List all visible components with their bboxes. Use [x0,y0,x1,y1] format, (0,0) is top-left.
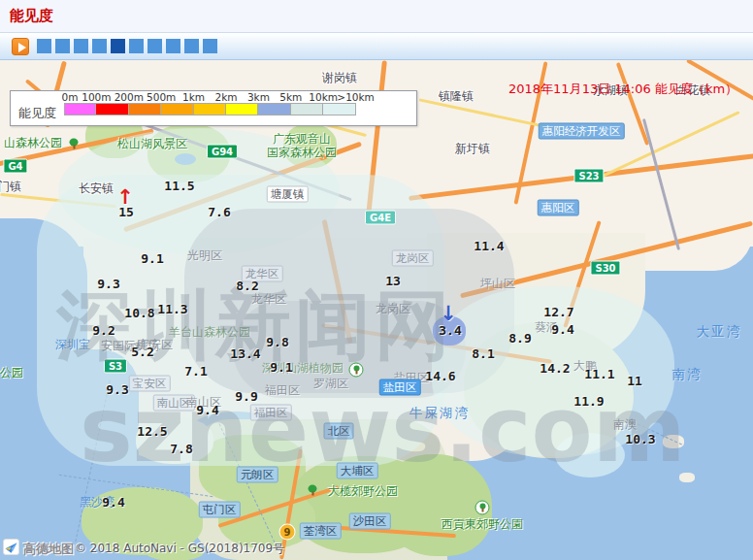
road-badge-9: 9 [279,524,296,541]
station-value: 8.9 [508,331,531,346]
station-value: 12.7 [543,305,573,319]
timeline-frame-8[interactable] [166,39,180,53]
map-label-chip-dim: 龙岗区 [392,250,434,267]
map-canvas[interactable]: 深圳新闻网 sznews.com 能见度 0m100m200m500m1km2k… [0,60,753,560]
map-label-chip-hk: 沙田区 [349,513,391,530]
road-badge-G4: G4 [3,159,27,174]
station-value: 13.4 [230,346,260,361]
legend-tick-label: 1km [182,91,205,103]
station-value: 10.3 [625,432,655,446]
map-label-chip-blue: 惠阳经济开发区 [539,123,625,140]
map-label-town: 门镇 [0,179,21,195]
road-badge-S30: S30 [590,261,620,276]
legend-segment-2 [129,103,161,115]
station-value: 11.5 [164,179,194,193]
road-badge-G4E: G4E [365,211,396,225]
legend-tick-label: 500m [147,91,176,103]
legend-tick-label: 10km [309,91,338,103]
timeline-frame-3[interactable] [74,39,88,53]
page-title: 能见度 [10,7,53,25]
station-value: 11.9 [573,394,604,409]
station-value: 9.1 [270,360,292,375]
tree-icon [69,139,80,149]
timeline-frame-6[interactable] [129,39,144,53]
station-value: 9.2 [92,323,115,338]
legend-segment-0 [64,103,96,115]
legend-tick-label: 3km [247,91,270,103]
map-label-town-dim: 坪山区 [480,276,515,292]
legend-tick-label: 5km [279,91,302,103]
station-value: 11.3 [157,302,187,316]
map-label-park: 山森林公园 [4,135,62,151]
station-value: 10.8 [124,306,154,320]
legend-tick-label: 200m [115,91,144,103]
map-label-park: 松山湖风景区 [117,136,187,152]
station-value: 9.8 [266,335,288,349]
station-value: 9.3 [97,277,119,291]
station-value: 13 [385,274,401,288]
play-icon [18,43,26,52]
station-value: 7.1 [184,364,207,379]
map-label-park: 国家森林公园 [267,145,337,161]
timeline-frame-2[interactable] [55,39,70,53]
map-label-park: 大榄郊野公园 [328,483,398,500]
legend-segment-6 [258,103,290,115]
map-label-sea-lg: 大亚湾 [697,323,742,341]
legend-tick-label: 2km [215,91,238,103]
map-label-chip-hk: 荃湾区 [300,523,342,540]
page-header: 能见度 [0,0,753,32]
legend-tick-label: >10km [337,91,374,103]
map-label-town: 新圩镇 [455,141,490,157]
station-value: 9.4 [102,495,124,510]
station-value: 11.4 [474,239,504,253]
map-label-park: 公园 [0,365,23,381]
station-value: 14.6 [425,369,455,383]
station-value: 7.8 [170,442,192,456]
legend-segment-7 [291,103,323,115]
tree-icon [475,501,490,515]
timeline-frame-5[interactable] [111,39,125,53]
timeline-frame-10[interactable] [203,39,217,53]
copyright-text: © 2018 AutoNavi - GS(2018)1709号 [75,541,284,557]
timeline-frame-4[interactable] [92,39,107,53]
map-label-chip-blue: 惠阳区 [538,200,579,216]
amap-brand: 高德地图 [23,541,74,558]
visibility-legend: 能见度 0m100m200m500m1km2km3km5km10km>10km [10,90,417,126]
station-value: 9.4 [196,403,218,417]
timestamp-label: 2018年11月13日 14:06 能见度（km） [508,81,737,98]
timeline-frame-9[interactable] [184,39,199,53]
road-badge-S23: S23 [573,169,604,183]
station-value: 8.1 [472,346,494,361]
station-value: 9.4 [551,322,573,337]
amap-logo-icon [3,539,19,555]
animation-toolbar [0,32,753,60]
legend-segment-4 [194,103,226,115]
station-value: 11.1 [584,367,614,381]
up-arrow-icon: ↑ [116,185,134,209]
station-value: 14.2 [540,361,570,376]
timeline-frame-7[interactable] [147,39,162,53]
timeline-frame-1[interactable] [37,39,51,53]
legend-tick-label: 100m [82,91,111,103]
map-label-town: 长安镇 [79,181,114,197]
station-value: 12.5 [137,424,167,439]
frame-timeline [37,39,221,54]
station-value: 9.3 [106,382,128,397]
station-value: 11 [627,374,642,388]
map-label-town: 镇隆镇 [439,88,474,105]
station-value: 9.9 [235,389,257,404]
map-label-chip-hk: 屯门区 [199,502,241,518]
play-button[interactable] [12,38,29,55]
down-arrow-icon: ↓ [440,302,457,325]
tree-icon [308,485,318,496]
map-label-town: 谢岗镇 [322,70,357,86]
legend-segment-5 [226,103,258,115]
station-value: 5.2 [131,345,153,359]
station-value: 8.2 [236,279,258,293]
station-value: 7.6 [208,205,230,219]
road-badge-G94: G94 [207,145,238,159]
map-label-town-dim: 光明区 [187,247,222,264]
map-label-park: 西貢東郊野公園 [442,516,523,533]
legend-tick-label: 0m [62,91,79,103]
legend-segment-3 [161,103,193,115]
